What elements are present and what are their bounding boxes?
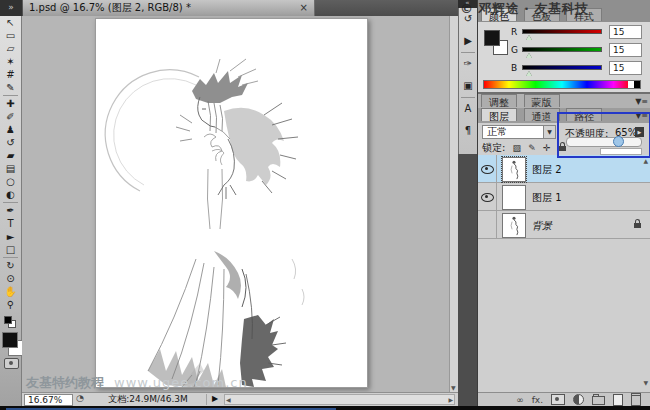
- zoom-level-field[interactable]: 16.67%: [24, 394, 73, 406]
- canvas-area[interactable]: 友基特约教程www.ugee.com.cn ▼: [22, 16, 458, 392]
- panel-menu-icon[interactable]: ▼≡: [635, 111, 648, 120]
- hand-tool[interactable]: ✋: [0, 285, 21, 298]
- layer-row-background[interactable]: 背景: [478, 211, 650, 239]
- tab-close-icon[interactable]: ×: [300, 0, 308, 16]
- layer-row-layer2[interactable]: 图层 2: [478, 155, 650, 183]
- red-channel-row: R 15: [478, 26, 650, 40]
- 3d-rotate-tool[interactable]: ↻: [0, 259, 21, 272]
- panel-menu-icon[interactable]: ▼≡: [635, 97, 648, 106]
- lock-all-icon[interactable]: [559, 146, 566, 151]
- red-channel-value[interactable]: 15: [609, 25, 642, 39]
- lock-position-icon[interactable]: ✛: [543, 143, 551, 153]
- scroll-right-arrow[interactable]: ▶: [448, 396, 453, 403]
- gradient-tool[interactable]: ▤: [0, 162, 21, 175]
- shape-tool[interactable]: □: [0, 243, 21, 256]
- zoom-tool[interactable]: ⚲: [0, 298, 21, 311]
- clone-stamp-tool[interactable]: ♟: [0, 123, 21, 136]
- marquee-tool[interactable]: ▭: [0, 29, 21, 42]
- tab-adjustments[interactable]: 调整: [481, 94, 517, 107]
- tools-panel-header[interactable]: »: [0, 0, 22, 16]
- horizontal-scrollbar[interactable]: ◀ ▶: [224, 394, 455, 405]
- eraser-tool[interactable]: ▰: [0, 149, 21, 162]
- magic-wand-tool[interactable]: ✶: [0, 55, 21, 68]
- quick-mask-button[interactable]: [4, 358, 19, 369]
- slider-handle-icon[interactable]: [526, 35, 532, 40]
- move-tool[interactable]: ↖: [0, 16, 21, 29]
- visibility-toggle[interactable]: [478, 155, 497, 182]
- tab-layers[interactable]: 图层: [481, 108, 517, 121]
- status-menu-arrow[interactable]: ▶: [212, 394, 218, 403]
- lock-transparent-icon[interactable]: ▨: [513, 143, 522, 153]
- tab-channels[interactable]: 通道: [524, 108, 560, 121]
- lock-label: 锁定:: [482, 142, 505, 153]
- visibility-toggle[interactable]: [478, 183, 497, 210]
- delete-layer-button[interactable]: [631, 393, 641, 406]
- scroll-down-arrow[interactable]: ▼: [451, 384, 456, 391]
- 3d-orbit-tool[interactable]: ⊙: [0, 272, 21, 285]
- character-panel-icon[interactable]: A: [459, 98, 477, 120]
- layer-thumbnail[interactable]: [502, 157, 526, 182]
- layer-row-layer1[interactable]: 图层 1: [478, 183, 650, 211]
- top-watermark: © 邓辉途 · 友基科技: [460, 0, 650, 18]
- actions-panel-icon[interactable]: ▶: [459, 30, 477, 52]
- channel-label-g: G: [511, 45, 518, 55]
- new-group-button[interactable]: [592, 396, 605, 405]
- layer-effects-button[interactable]: fx.: [532, 394, 543, 406]
- blue-channel-slider[interactable]: [522, 65, 602, 70]
- opacity-slider[interactable]: [566, 137, 642, 147]
- brush-tool[interactable]: ✐: [0, 110, 21, 123]
- spectrum-black-chip[interactable]: [634, 81, 640, 88]
- adjustment-layer-button[interactable]: [573, 394, 584, 405]
- healing-brush-tool[interactable]: ✚: [0, 97, 21, 110]
- foreground-color-swatch[interactable]: [484, 30, 500, 46]
- slider-handle-icon[interactable]: [526, 53, 532, 58]
- color-spectrum-bar[interactable]: [483, 80, 641, 89]
- lock-image-icon[interactable]: ✎: [528, 143, 536, 153]
- type-tool[interactable]: T: [0, 217, 21, 230]
- visibility-toggle[interactable]: [478, 211, 497, 238]
- layer-name[interactable]: 图层 1: [532, 191, 562, 205]
- history-brush-tool[interactable]: ↺: [0, 136, 21, 149]
- scroll-up-arrow[interactable]: ▲: [643, 157, 648, 164]
- tools-panel: ↖▭▱✶#✎✚✐♟↺▰▤○◐✒T►□↻⊙✋⚲: [0, 16, 22, 406]
- red-channel-slider[interactable]: [522, 29, 602, 34]
- paragraph-panel-icon[interactable]: ¶: [459, 120, 477, 142]
- green-channel-slider[interactable]: [522, 47, 602, 52]
- scroll-down-arrow[interactable]: ▼: [643, 379, 648, 386]
- layer-name[interactable]: 背景: [532, 219, 552, 233]
- layer-thumbnail[interactable]: [502, 213, 526, 238]
- blue-channel-value[interactable]: 15: [609, 61, 642, 75]
- default-colors-icon[interactable]: [4, 316, 16, 328]
- brushes-panel-icon[interactable]: ✑: [459, 53, 477, 75]
- opacity-slider-handle[interactable]: [613, 136, 624, 147]
- scroll-left-arrow[interactable]: ◀: [226, 396, 231, 403]
- status-bar: 16.67% ◔ 文档:24.9M/46.3M ▶ ◀ ▶: [22, 392, 458, 406]
- pen-tool[interactable]: ✒: [0, 204, 21, 217]
- lasso-tool[interactable]: ▱: [0, 42, 21, 55]
- add-mask-button[interactable]: [551, 394, 565, 405]
- tab-masks[interactable]: 蒙版: [524, 94, 560, 107]
- blend-mode-select[interactable]: 正常 ▼: [482, 125, 556, 139]
- eye-icon: [481, 193, 494, 202]
- chevron-down-icon[interactable]: ▼: [543, 126, 555, 138]
- link-layers-button[interactable]: ∞: [516, 394, 524, 406]
- document-tab[interactable]: × 1.psd @ 16.7% (图层 2, RGB/8) *: [23, 0, 315, 16]
- path-selection-tool[interactable]: ►: [0, 230, 21, 243]
- new-layer-button[interactable]: [613, 394, 623, 406]
- watermark-brand: 友基特约教程: [26, 375, 104, 390]
- opacity-popup-button[interactable]: ▶: [635, 127, 644, 137]
- blur-tool[interactable]: ○: [0, 175, 21, 188]
- tab-paths[interactable]: 路径: [566, 108, 602, 121]
- crop-tool[interactable]: #: [0, 68, 21, 81]
- slider-handle-icon[interactable]: [526, 71, 532, 76]
- dodge-tool[interactable]: ◐: [0, 188, 21, 201]
- layers-panel-tabs: 图层 通道 路径 ▼≡: [478, 108, 650, 123]
- tool-list: ↖▭▱✶#✎✚✐♟↺▰▤○◐✒T►□↻⊙✋⚲: [0, 16, 21, 311]
- green-channel-value[interactable]: 15: [609, 43, 642, 57]
- vertical-scrollbar[interactable]: ▼: [449, 16, 458, 392]
- clone-source-panel-icon[interactable]: ▣: [459, 75, 477, 97]
- layer-name[interactable]: 图层 2: [532, 163, 562, 177]
- eyedropper-tool[interactable]: ✎: [0, 81, 21, 94]
- layer-thumbnail[interactable]: [502, 185, 526, 210]
- foreground-color-swatch[interactable]: [2, 332, 18, 348]
